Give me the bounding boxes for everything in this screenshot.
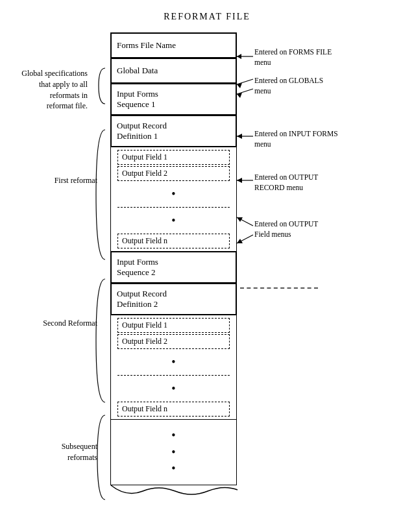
output-fields-group1: Output Field 1 Output Field 2 • • Output… xyxy=(111,147,236,248)
reformat-file-box: Forms File Name Global Data Input Forms … xyxy=(110,32,237,485)
svg-line-12 xyxy=(237,235,253,243)
forms-file-name-box: Forms File Name xyxy=(111,33,236,58)
wave-bottom xyxy=(110,485,238,499)
output-record-def1-label: Output Record Definition 1 xyxy=(117,121,167,141)
second-reformat-label: Second Reformat xyxy=(36,318,97,329)
svg-marker-9 xyxy=(237,178,242,183)
input-forms-seq2-label: Input Forms Sequence 2 xyxy=(117,257,158,278)
forms-file-name-label: Forms File Name xyxy=(117,40,176,51)
forms-file-annotation: Entered on FORMS FILE menu xyxy=(254,47,384,67)
output-field-n-b-box: Output Field n xyxy=(117,402,230,417)
output-field-n-a-box: Output Field n xyxy=(117,234,230,248)
input-forms-seq1-box: Input Forms Sequence 1 xyxy=(111,84,236,115)
svg-line-4 xyxy=(237,89,253,94)
dot1: • xyxy=(171,429,175,442)
output-field-annotation: Entered on OUTPUT Field menus xyxy=(254,219,384,239)
dashed-line-seq2 xyxy=(240,287,318,289)
output-record-def1-box: Output Record Definition 1 xyxy=(111,115,236,147)
svg-line-2 xyxy=(237,79,253,84)
svg-marker-3 xyxy=(237,83,242,88)
input-forms-seq2-box: Input Forms Sequence 2 xyxy=(111,252,236,283)
dots-a2: • xyxy=(111,208,236,234)
dot2: • xyxy=(171,446,175,459)
input-forms-annotation: Entered on INPUT FORMS menu xyxy=(254,128,384,149)
dots-a: • xyxy=(111,181,236,207)
output-record-def2-label: Output Record Definition 2 xyxy=(117,289,167,309)
output-record-def2-box: Output Record Definition 2 xyxy=(111,284,236,315)
svg-line-10 xyxy=(237,217,253,226)
svg-marker-1 xyxy=(237,54,241,59)
main-diagram: Forms File Name Global Data Input Forms … xyxy=(110,32,237,499)
svg-marker-5 xyxy=(237,93,242,98)
output-field1-b-box: Output Field 1 xyxy=(117,318,230,333)
global-data-box: Global Data xyxy=(111,58,236,83)
first-reformat-label: First reformat xyxy=(45,175,97,186)
dot3: • xyxy=(171,462,175,476)
subsequent-dots: • • • xyxy=(111,420,236,485)
globals-annotation: Entered on GLOBALS menu xyxy=(254,75,384,96)
global-data-label: Global Data xyxy=(117,66,158,76)
subsequent-label: Subsequent reformats xyxy=(36,441,97,463)
global-spec-label: Global specifications that apply to all … xyxy=(3,68,88,112)
dots-b2: • xyxy=(111,376,236,402)
output-field2-a-box: Output Field 2 xyxy=(117,166,230,181)
svg-marker-13 xyxy=(237,239,243,243)
page-title: REFORMAT FILE xyxy=(0,12,414,22)
dots-b: • xyxy=(111,349,236,375)
output-record-annotation: Entered on OUTPUT RECORD menu xyxy=(254,172,384,193)
input-forms-seq1-label: Input Forms Sequence 1 xyxy=(117,89,158,110)
svg-marker-11 xyxy=(237,217,243,222)
svg-marker-7 xyxy=(237,134,242,139)
output-field2-b-box: Output Field 2 xyxy=(117,334,230,349)
output-field1-a-box: Output Field 1 xyxy=(117,150,230,165)
output-fields-group2: Output Field 1 Output Field 2 • • Output… xyxy=(111,315,236,417)
